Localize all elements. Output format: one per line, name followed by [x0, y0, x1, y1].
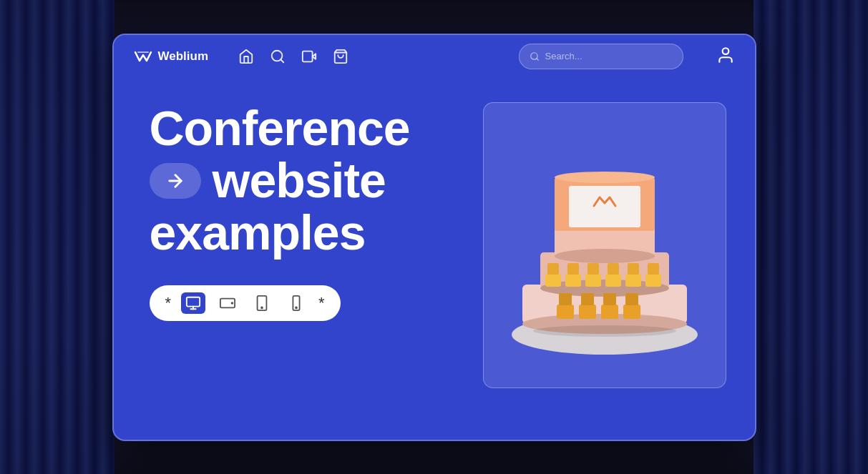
svg-point-13 — [232, 302, 233, 304]
arrow-right-icon — [165, 171, 185, 191]
svg-point-26 — [555, 172, 655, 183]
svg-rect-36 — [625, 274, 641, 287]
search-bar[interactable] — [519, 44, 683, 69]
svg-point-24 — [555, 249, 655, 263]
svg-rect-38 — [645, 274, 661, 287]
title-line3: examples — [150, 207, 483, 259]
text-section: Conference website examples * — [150, 95, 483, 321]
svg-rect-32 — [585, 274, 601, 287]
navbar: Weblium — [114, 35, 755, 78]
svg-rect-29 — [547, 263, 559, 275]
svg-rect-39 — [648, 263, 659, 275]
title-line2-text: website — [213, 154, 386, 207]
nav-icons — [238, 49, 348, 64]
home-icon[interactable] — [238, 49, 254, 64]
conference-illustration — [483, 88, 726, 388]
svg-point-7 — [722, 48, 728, 54]
svg-rect-46 — [623, 305, 640, 319]
user-icon[interactable] — [716, 46, 735, 67]
asterisk-left: * — [165, 294, 172, 312]
svg-rect-33 — [587, 263, 599, 275]
svg-line-1 — [281, 59, 283, 62]
svg-rect-2 — [303, 51, 313, 61]
svg-rect-30 — [565, 274, 581, 287]
logo-text: Weblium — [158, 49, 209, 64]
device-bar: * — [150, 285, 341, 321]
logo[interactable]: Weblium — [134, 49, 209, 64]
conference-room-3d — [497, 117, 712, 367]
logo-icon — [134, 49, 152, 64]
svg-rect-40 — [557, 305, 574, 319]
svg-rect-37 — [628, 263, 639, 275]
svg-rect-27 — [569, 186, 640, 227]
svg-rect-28 — [545, 274, 561, 287]
svg-rect-41 — [559, 293, 572, 305]
conference-svg — [501, 120, 708, 363]
mobile-icon — [288, 295, 304, 311]
svg-point-17 — [296, 307, 297, 308]
tablet-portrait-device-icon[interactable] — [250, 292, 274, 314]
desktop-icon — [185, 295, 201, 311]
svg-rect-42 — [579, 305, 596, 319]
search-nav-icon[interactable] — [270, 49, 286, 64]
video-icon[interactable] — [301, 49, 317, 64]
title-line1: Conference — [150, 102, 483, 154]
bag-icon[interactable] — [333, 49, 348, 64]
main-content: Conference website examples * — [114, 78, 755, 440]
desktop-device-icon[interactable] — [181, 292, 205, 314]
search-bar-icon — [530, 51, 540, 61]
curtain-right — [754, 0, 868, 474]
browser-window: Weblium — [112, 34, 756, 441]
tablet-landscape-icon — [220, 295, 235, 311]
tablet-portrait-icon — [254, 295, 270, 311]
asterisk-right: * — [318, 294, 325, 312]
search-input[interactable] — [545, 51, 673, 61]
svg-rect-34 — [605, 274, 621, 287]
svg-point-48 — [533, 325, 676, 337]
mobile-device-icon[interactable] — [284, 292, 308, 314]
svg-line-6 — [536, 58, 538, 60]
svg-rect-47 — [625, 293, 638, 305]
tablet-landscape-device-icon[interactable] — [215, 292, 240, 314]
arrow-badge[interactable] — [150, 163, 201, 199]
hero-title: Conference website examples — [150, 102, 483, 260]
svg-point-15 — [261, 307, 263, 308]
title-line2: website — [150, 154, 483, 207]
svg-rect-35 — [608, 263, 619, 275]
svg-rect-43 — [581, 293, 594, 305]
svg-rect-45 — [603, 293, 616, 305]
curtain-left — [0, 0, 114, 474]
svg-rect-31 — [567, 263, 579, 275]
svg-rect-44 — [601, 305, 618, 319]
svg-rect-9 — [187, 297, 200, 307]
